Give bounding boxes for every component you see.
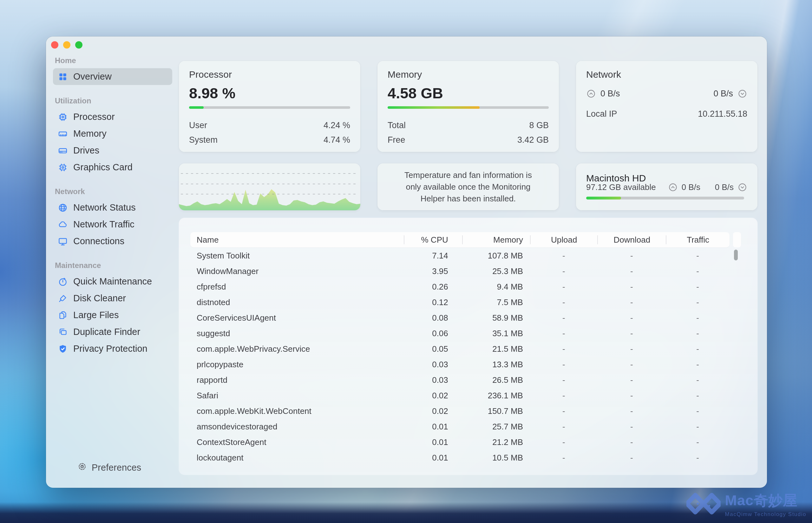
process-value: 107.8 MB xyxy=(462,251,530,261)
gear-icon xyxy=(77,462,87,474)
disk-card: Macintosh HD 97.12 GB available 0 B/s 0 … xyxy=(576,163,757,210)
sidebar-item-processor[interactable]: Processor xyxy=(53,108,172,125)
process-value: - xyxy=(666,453,729,463)
process-value: - xyxy=(666,329,729,338)
memory-progress-fill xyxy=(387,106,480,109)
table-row-cfprefsd[interactable]: cfprefsd0.269.4 MB--- xyxy=(190,279,729,295)
watermark-title: Mac奇妙屋 xyxy=(725,491,806,510)
upload-chevron-icon xyxy=(586,89,596,98)
disk-progress-fill xyxy=(586,197,621,199)
chart-gridline xyxy=(181,184,358,184)
sidebar-item-overview[interactable]: Overview xyxy=(53,68,172,85)
timer-icon xyxy=(57,276,68,287)
sidebar-item-large-files[interactable]: Large Files xyxy=(53,307,172,324)
table-row-com-apple-webprivacy-service[interactable]: com.apple.WebPrivacy.Service0.0521.5 MB-… xyxy=(190,341,729,357)
table-row-com-apple-webkit-webcontent[interactable]: com.apple.WebKit.WebContent0.02150.7 MB-… xyxy=(190,403,729,419)
process-name: lockoutagent xyxy=(190,453,404,463)
sidebar-item-network-traffic[interactable]: Network Traffic xyxy=(53,216,172,233)
column-header-cpu[interactable]: % CPU xyxy=(404,235,462,244)
download-chevron-icon xyxy=(738,89,747,98)
process-name: suggestd xyxy=(190,329,404,338)
memory-free-value: 3.42 GB xyxy=(517,135,549,145)
temperature-notice-text: Temperature and fan information is only … xyxy=(400,169,536,204)
sidebar: HomeOverviewUtilizationProcessorMemoryDr… xyxy=(46,36,179,488)
local-ip-row: Local IP 10.211.55.18 xyxy=(586,109,747,119)
process-value: - xyxy=(530,266,598,276)
column-header-traffic[interactable]: Traffic xyxy=(666,235,729,244)
table-row-system-toolkit[interactable]: System Toolkit7.14107.8 MB--- xyxy=(190,248,729,264)
process-value: 7.5 MB xyxy=(462,297,530,307)
process-value: - xyxy=(597,406,666,416)
process-value: - xyxy=(597,344,666,354)
process-value: 58.9 MB xyxy=(462,313,530,323)
process-value: 0.01 xyxy=(404,437,462,447)
table-row-contextstoreagent[interactable]: ContextStoreAgent0.0121.2 MB--- xyxy=(190,434,729,450)
table-row-distnoted[interactable]: distnoted0.127.5 MB--- xyxy=(190,295,729,310)
sidebar-item-label: Quick Maintenance xyxy=(73,276,152,287)
process-value: - xyxy=(530,453,598,463)
process-value: - xyxy=(597,360,666,369)
process-value: 0.08 xyxy=(404,313,462,323)
sidebar-item-drives[interactable]: Drives xyxy=(53,142,172,159)
sidebar-item-duplicate-finder[interactable]: Duplicate Finder xyxy=(53,324,172,340)
process-value: 0.06 xyxy=(404,329,462,338)
sidebar-item-graphics-card[interactable]: Graphics Card xyxy=(53,159,172,176)
scrollbar-thumb[interactable] xyxy=(734,250,738,260)
process-value: - xyxy=(597,422,666,432)
process-value: 0.05 xyxy=(404,344,462,354)
process-name: rapportd xyxy=(190,375,404,385)
sidebar-item-label: Memory xyxy=(73,128,107,139)
sidebar-section-label-network: Network xyxy=(55,187,172,196)
process-name: ContextStoreAgent xyxy=(190,437,404,447)
process-value: - xyxy=(530,391,598,401)
column-header-memory[interactable]: Memory xyxy=(462,235,530,244)
processor-usage-value: 8.98 % xyxy=(189,84,350,102)
process-value: - xyxy=(666,251,729,261)
processor-user-label: User xyxy=(189,121,207,130)
brush-icon xyxy=(57,293,68,304)
column-header-name[interactable]: Name xyxy=(190,235,404,244)
app-window: HomeOverviewUtilizationProcessorMemoryDr… xyxy=(46,36,767,488)
process-value: - xyxy=(666,282,729,292)
process-name: cfprefsd xyxy=(190,282,404,292)
cpu-history-chart xyxy=(179,163,360,210)
sidebar-item-label: Graphics Card xyxy=(73,162,132,173)
preferences-button[interactable]: Preferences xyxy=(77,462,141,474)
process-value: - xyxy=(597,437,666,447)
table-row-lockoutagent[interactable]: lockoutagent0.0110.5 MB--- xyxy=(190,450,729,466)
sidebar-item-network-status[interactable]: Network Status xyxy=(53,199,172,216)
display-icon xyxy=(57,236,68,247)
processor-progress-track xyxy=(189,106,350,109)
table-row-suggestd[interactable]: suggestd0.0635.1 MB--- xyxy=(190,326,729,341)
table-row-amsondevicestoraged[interactable]: amsondevicestoraged0.0125.7 MB--- xyxy=(190,419,729,434)
column-header-download[interactable]: Download xyxy=(597,235,666,244)
process-value: - xyxy=(666,360,729,369)
table-row-prlcopypaste[interactable]: prlcopypaste0.0313.3 MB--- xyxy=(190,357,729,372)
sidebar-item-privacy-protection[interactable]: Privacy Protection xyxy=(53,340,172,357)
process-value: 236.1 MB xyxy=(462,391,530,401)
table-body: System Toolkit7.14107.8 MB---WindowManag… xyxy=(190,248,729,466)
table-row-coreservicesuiagent[interactable]: CoreServicesUIAgent0.0858.9 MB--- xyxy=(190,310,729,326)
process-value: - xyxy=(666,375,729,385)
process-value: - xyxy=(597,329,666,338)
process-name: CoreServicesUIAgent xyxy=(190,313,404,323)
processor-progress-fill xyxy=(189,106,204,109)
sidebar-item-memory[interactable]: Memory xyxy=(53,125,172,142)
sidebar-item-connections[interactable]: Connections xyxy=(53,233,172,250)
column-header-upload[interactable]: Upload xyxy=(530,235,598,244)
disk-title: Macintosh HD xyxy=(586,173,747,184)
shield-check-icon xyxy=(57,343,68,354)
process-value: 0.26 xyxy=(404,282,462,292)
process-value: - xyxy=(597,375,666,385)
table-row-rapportd[interactable]: rapportd0.0326.5 MB--- xyxy=(190,372,729,388)
process-value: - xyxy=(530,344,598,354)
network-speed-row: 0 B/s 0 B/s xyxy=(586,89,747,98)
sidebar-item-disk-cleaner[interactable]: Disk Cleaner xyxy=(53,290,172,307)
process-value: - xyxy=(530,406,598,416)
process-value: 0.01 xyxy=(404,422,462,432)
cloud-icon xyxy=(57,219,68,230)
table-row-safari[interactable]: Safari0.02236.1 MB--- xyxy=(190,388,729,403)
sidebar-item-quick-maintenance[interactable]: Quick Maintenance xyxy=(53,273,172,290)
processor-card: Processor 8.98 % User 4.24 % System 4.74… xyxy=(179,61,360,152)
table-row-windowmanager[interactable]: WindowManager3.9525.3 MB--- xyxy=(190,264,729,279)
